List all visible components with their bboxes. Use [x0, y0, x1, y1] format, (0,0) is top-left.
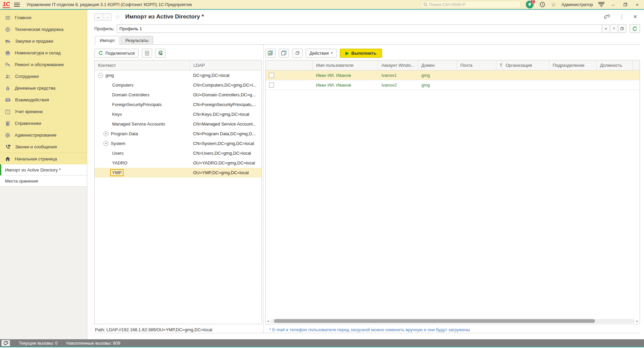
minimize-button[interactable]: –	[610, 2, 616, 7]
horizontal-scrollbar[interactable]: ◂ ▸	[266, 318, 640, 324]
star-icon[interactable]: ☆	[115, 13, 121, 21]
column-header-checkbox[interactable]	[266, 60, 313, 70]
tree-row-users[interactable]: Users CN=Users,DC=gmg,DC=local	[95, 148, 262, 158]
email-footnote: * E-mail и телефон пользователя перед за…	[265, 324, 640, 333]
current-user[interactable]: Администратор	[561, 2, 593, 7]
scroll-right-icon[interactable]: ▸	[636, 319, 639, 323]
column-header-ldap[interactable]: LDAP	[190, 60, 262, 70]
execute-button[interactable]: ▶ Выполнить	[340, 49, 382, 58]
scroll-left-icon[interactable]: ◂	[266, 319, 270, 323]
1c-logo: 1С	[3, 1, 10, 8]
forward-button[interactable]: →	[103, 13, 111, 20]
report-icon	[145, 51, 149, 56]
ldap-path: Path: LDAP://192.168.1.62:389/OU=YMP,DC=…	[94, 324, 262, 333]
tree-row-managed-service-accounts[interactable]: Managed Service Accounts CN=Managed Serv…	[95, 119, 262, 129]
row-checkbox[interactable]	[269, 83, 274, 88]
tree-row-ymp[interactable]: YMP OU=YMP,DC=gmg,DC=local	[95, 168, 262, 178]
sidebar-item-spravochniki[interactable]: Справочники	[0, 117, 87, 129]
sidebar-item-remont[interactable]: Ремонт и обслуживание	[0, 59, 87, 70]
money-bag-icon: $	[5, 86, 10, 91]
favorites-icon[interactable]: ☆	[551, 1, 556, 8]
refresh-icon	[98, 51, 103, 55]
expand-icon[interactable]: +	[103, 141, 108, 146]
main-menu-icon[interactable]	[14, 3, 20, 7]
collapse-icon[interactable]: −	[98, 73, 103, 78]
search-icon	[423, 2, 427, 7]
sidebar-item-dengi[interactable]: $ Денежные средства	[0, 82, 87, 94]
uncheck-all-button[interactable]	[279, 49, 289, 58]
panel-splitter[interactable]	[262, 45, 265, 333]
user-row[interactable]: Иван ИИ. Иванов Ivanov2 gmg	[266, 80, 640, 90]
tree-row-computers[interactable]: Computers CN=Computers,DC=gmg,DC=l...	[95, 80, 262, 90]
home-icon	[5, 156, 10, 161]
profile-dropdown-button[interactable]: ▾	[602, 24, 610, 33]
expand-icon[interactable]: +	[103, 131, 108, 136]
column-header-organization[interactable]: Организация	[502, 60, 549, 70]
open-window-icon	[295, 51, 300, 55]
row-checkbox[interactable]	[269, 73, 274, 78]
sidebar-item-zvonki[interactable]: Звонки и сообщения	[0, 141, 87, 153]
column-header-context[interactable]: Контекст	[95, 60, 190, 70]
mail-icon	[5, 97, 11, 102]
sidebar-item-sotrudniki[interactable]: Сотрудники	[0, 70, 87, 82]
accumulated-calls: Накопленные вызовы: 809	[66, 341, 121, 346]
scrollbar-thumb[interactable]	[274, 319, 595, 323]
sidebar-item-nomenklatura[interactable]: Номенклатура и склад	[0, 47, 87, 59]
close-form-icon[interactable]: ✕	[633, 14, 637, 20]
sidebar: Главное Техническая поддержка Закупки и …	[0, 10, 87, 339]
notification-badge: 2	[531, 0, 535, 4]
search-refresh-button[interactable]	[155, 49, 166, 58]
restore-button[interactable]	[622, 2, 629, 7]
column-header-phone[interactable]: Т	[496, 60, 502, 70]
form-tabs: Импорт Результаты	[94, 36, 640, 45]
column-header-windows-account[interactable]: Аккаунт Windo...	[378, 60, 418, 70]
tree-structure-button[interactable]	[142, 49, 152, 58]
user-row[interactable]: Иван ИИ. Иванов Ivanov1 gmg	[266, 70, 640, 80]
open-in-window-button[interactable]	[292, 49, 303, 58]
column-header-mail[interactable]: Почта	[457, 60, 496, 70]
refresh-icon	[632, 26, 637, 31]
link-icon[interactable]	[604, 14, 610, 20]
tree-row-keys[interactable]: Keys CN=Keys,DC=gmg,DC=local	[95, 109, 262, 119]
tab-results[interactable]: Результаты	[121, 36, 153, 44]
page-title: Импорт из Active Directory *	[125, 13, 204, 20]
profile-refresh-button[interactable]	[630, 24, 640, 33]
performance-indicator-button[interactable]	[1, 340, 10, 346]
sidebar-item-home[interactable]: Начальная страница	[0, 153, 87, 164]
profile-input[interactable]	[117, 24, 602, 33]
global-search[interactable]	[421, 1, 520, 8]
actions-button[interactable]: Действия ▾	[306, 49, 337, 58]
more-menu-icon[interactable]: ⋮	[619, 14, 624, 20]
connect-button[interactable]: Подключиться	[94, 49, 139, 58]
sidebar-item-zakupki[interactable]: Закупки и продажи	[0, 35, 87, 47]
close-window-button[interactable]: ×	[634, 2, 641, 7]
column-header-department[interactable]: Подразделение	[549, 60, 597, 70]
uncheck-all-icon	[281, 50, 287, 56]
tree-row-gmg[interactable]: −gmg DC=gmg,DC=local	[95, 70, 262, 80]
open-window-tab-import-ad[interactable]: Импорт из Active Directory *	[0, 164, 87, 176]
column-header-username[interactable]: Имя пользователя	[313, 60, 378, 70]
search-input[interactable]	[429, 2, 518, 7]
sidebar-item-administrirovanie[interactable]: Администрирование	[0, 129, 87, 141]
sidebar-item-uchet-vremeni[interactable]: 7 Учет времени	[0, 106, 87, 117]
tree-row-program-data[interactable]: +Program Data CN=Program Data,DC=gmg,D..…	[95, 129, 262, 139]
check-all-button[interactable]	[265, 49, 276, 58]
tree-row-yadro[interactable]: YADRO OU=YADRO,DC=gmg,DC=local	[95, 158, 262, 168]
notifications-button[interactable]: 2	[526, 1, 534, 9]
sidebar-item-vzaimodeystviya[interactable]: Взаимодействия	[0, 94, 87, 106]
tree-row-system[interactable]: +System CN=System,DC=gmg,DC=local	[95, 139, 262, 148]
profile-clear-button[interactable]: ×	[610, 24, 618, 33]
functions-menu-icon[interactable]: ▾	[598, 2, 604, 7]
back-button[interactable]: ←	[94, 13, 103, 20]
sidebar-item-glavnoe[interactable]: Главное	[0, 12, 87, 23]
profile-open-button[interactable]	[618, 24, 626, 33]
app-title: Управление IT-отделом 8, редакция 3.1 КО…	[27, 2, 192, 7]
tab-import[interactable]: Импорт	[95, 36, 120, 45]
history-icon[interactable]	[539, 1, 546, 8]
sidebar-item-podderzhka[interactable]: Техническая поддержка	[0, 23, 87, 35]
tree-row-domain-controllers[interactable]: Domain Controllers OU=Domain Controllers…	[95, 90, 262, 100]
tree-row-foreign-security-principals[interactable]: ForeignSecurityPrincipals CN=ForeignSecu…	[95, 100, 262, 109]
column-header-position[interactable]: Должность	[597, 60, 633, 70]
open-window-tab-mesta-hraneniya[interactable]: Места хранения	[0, 176, 87, 187]
column-header-domain[interactable]: Домен	[418, 60, 457, 70]
